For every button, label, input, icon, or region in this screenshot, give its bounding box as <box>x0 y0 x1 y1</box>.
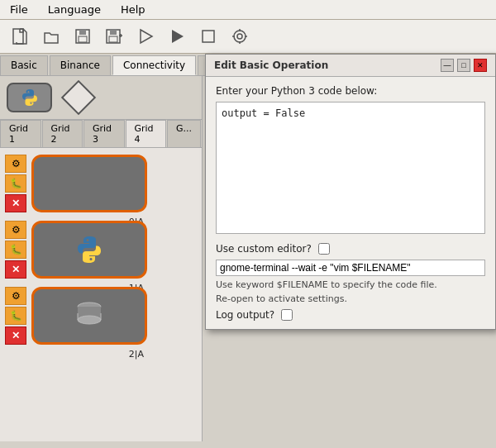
dialog-close-button[interactable]: ✕ <box>474 59 487 72</box>
grid-tab-5[interactable]: G... <box>167 120 201 147</box>
custom-editor-label: Use custom editor? <box>216 243 312 255</box>
svg-point-13 <box>237 34 242 39</box>
node-0-block[interactable]: 0|A <box>31 155 147 212</box>
node-2-controls: ⚙ 🐛 ✕ <box>5 287 26 345</box>
hint2: Re-open to activate settings. <box>216 293 485 304</box>
custom-editor-checkbox[interactable] <box>318 243 330 255</box>
tab-basic[interactable]: Basic <box>0 55 48 75</box>
node-row-1: ⚙ 🐛 ✕ 1|A <box>5 221 197 279</box>
svg-rect-0 <box>13 29 23 44</box>
run-fill-button[interactable] <box>164 23 190 50</box>
node-2-delete[interactable]: ✕ <box>5 326 26 345</box>
svg-point-20 <box>78 316 101 324</box>
svg-marker-9 <box>141 30 152 43</box>
stop-button[interactable] <box>195 23 222 50</box>
edit-dialog: Edit Basic Operation — □ ✕ Enter your Py… <box>205 54 496 330</box>
left-panel: Grid 1 Grid 2 Grid 3 Grid 4 G... ⚙ 🐛 ✕ 0… <box>0 76 203 441</box>
code-textarea[interactable] <box>216 102 485 234</box>
menu-help[interactable]: Help <box>117 2 149 17</box>
toolbar <box>0 20 496 54</box>
python-sample-icon <box>18 86 41 109</box>
database-icon <box>69 295 110 336</box>
tab-binance[interactable]: Binance <box>50 55 111 75</box>
node-0-gear[interactable]: ⚙ <box>5 155 26 173</box>
grid-tab-1[interactable]: Grid 1 <box>0 120 41 147</box>
target-button[interactable] <box>227 23 253 50</box>
log-output-row: Log output? <box>216 309 485 321</box>
dialog-titlebar: Edit Basic Operation — □ ✕ <box>206 55 495 77</box>
grid-tab-4[interactable]: Grid 4 <box>126 120 167 147</box>
node-1-gear[interactable]: ⚙ <box>5 221 26 239</box>
node-sample-diamond[interactable] <box>62 81 95 114</box>
grid-tab-2[interactable]: Grid 2 <box>42 120 83 147</box>
node-2-block[interactable]: 2|A <box>31 287 147 345</box>
save-as-button[interactable] <box>101 23 127 50</box>
node-2-gear[interactable]: ⚙ <box>5 287 26 305</box>
node-1-bug[interactable]: 🐛 <box>5 241 26 259</box>
menu-language[interactable]: Language <box>45 2 104 17</box>
log-output-label: Log output? <box>216 309 274 321</box>
svg-rect-6 <box>109 36 117 42</box>
editor-command-input[interactable] <box>216 260 485 276</box>
svg-rect-5 <box>110 30 117 35</box>
svg-point-12 <box>234 31 246 42</box>
svg-rect-3 <box>79 36 87 42</box>
run-outline-button[interactable] <box>132 23 159 50</box>
node-row-2: ⚙ 🐛 ✕ 2|A <box>5 287 197 345</box>
dialog-title: Edit Basic Operation <box>214 60 328 71</box>
log-output-checkbox[interactable] <box>281 309 293 321</box>
node-0-bug[interactable]: 🐛 <box>5 174 26 193</box>
node-2-bug[interactable]: 🐛 <box>5 307 26 325</box>
dialog-controls: — □ ✕ <box>441 59 487 72</box>
svg-marker-10 <box>172 30 184 43</box>
node-1-controls: ⚙ 🐛 ✕ <box>5 221 26 279</box>
node-row-0: ⚙ 🐛 ✕ 0|A <box>5 155 197 212</box>
custom-editor-row: Use custom editor? <box>216 243 485 255</box>
dialog-body: Enter your Python 3 code below: Use cust… <box>206 77 495 329</box>
node-0-controls: ⚙ 🐛 ✕ <box>5 155 26 212</box>
node-2-label: 2|A <box>129 349 144 360</box>
dialog-minimize-button[interactable]: — <box>441 59 454 72</box>
node-sample-basic[interactable] <box>7 83 52 112</box>
new-button[interactable] <box>7 23 33 50</box>
node-1-block[interactable]: 1|A <box>31 221 147 279</box>
grid-tab-3[interactable]: Grid 3 <box>83 120 125 147</box>
node-0-delete[interactable]: ✕ <box>5 194 26 212</box>
svg-rect-2 <box>79 30 86 35</box>
menubar: File Language Help <box>0 0 496 20</box>
dialog-maximize-button[interactable]: □ <box>457 59 470 72</box>
save-button[interactable] <box>69 23 96 50</box>
svg-rect-11 <box>203 31 214 42</box>
grid-tab-bar: Grid 1 Grid 2 Grid 3 Grid 4 G... <box>0 120 202 148</box>
python-icon <box>71 231 107 268</box>
code-label: Enter your Python 3 code below: <box>216 85 485 97</box>
grid-content: ⚙ 🐛 ✕ 0|A ⚙ 🐛 ✕ <box>0 148 202 351</box>
node-1-delete[interactable]: ✕ <box>5 260 26 279</box>
open-button[interactable] <box>38 23 64 50</box>
menu-file[interactable]: File <box>7 2 31 17</box>
hint1: Use keyword $FILENAME to specify the cod… <box>216 279 485 290</box>
tab-connectivity[interactable]: Connectivity <box>112 55 196 75</box>
